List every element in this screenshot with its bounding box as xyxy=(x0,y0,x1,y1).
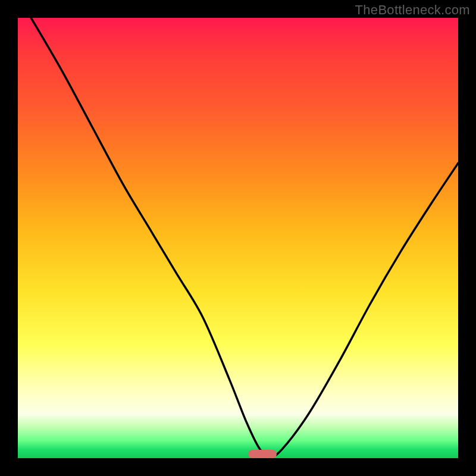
plot-area xyxy=(18,18,458,458)
bottleneck-curve xyxy=(18,18,458,458)
optimal-range-marker xyxy=(248,450,277,458)
watermark-text: TheBottleneck.com xyxy=(355,2,470,18)
chart-frame: TheBottleneck.com xyxy=(0,0,476,476)
curve-path xyxy=(31,18,458,456)
